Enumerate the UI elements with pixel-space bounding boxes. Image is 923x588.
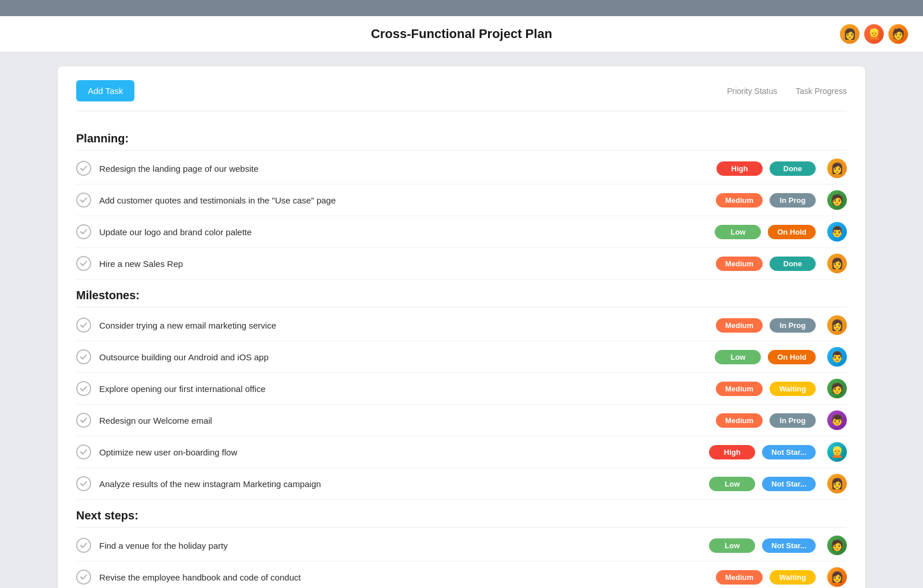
priority-badge: Medium — [716, 382, 763, 396]
status-badge: On Hold — [768, 225, 816, 239]
status-badge: Done — [770, 257, 816, 271]
avatar: 👩 — [827, 254, 847, 273]
priority-badge: High — [709, 445, 755, 459]
toolbar: Add Task Priority Status Task Progress — [76, 80, 847, 111]
priority-badge: Low — [715, 350, 761, 364]
header-avatars: 👩 👱 🧑 — [839, 23, 909, 45]
status-badge: Done — [770, 161, 816, 176]
section-header-milestones: Milestones: — [76, 280, 847, 307]
status-badge: In Prog — [770, 413, 816, 428]
task-row[interactable]: Add customer quotes and testimonials in … — [76, 184, 847, 216]
task-name: Find a venue for the holiday party — [99, 541, 709, 551]
task-row[interactable]: Redesign our Welcome emailMediumIn Prog👦 — [76, 405, 847, 436]
avatar: 👱 — [863, 23, 885, 45]
status-badge: Not Star... — [762, 477, 816, 491]
task-name: Revise the employee handbook and code of… — [99, 572, 716, 582]
avatar: 🧑 — [827, 536, 847, 555]
task-row[interactable]: Find a venue for the holiday partyLowNot… — [76, 530, 847, 561]
check-icon[interactable] — [76, 318, 91, 333]
status-badge: In Prog — [770, 318, 816, 333]
priority-badge: Low — [709, 477, 755, 491]
status-badge: In Prog — [770, 193, 816, 208]
check-icon[interactable] — [76, 161, 91, 176]
priority-badge: Medium — [716, 413, 763, 428]
avatar: 👩 — [827, 159, 847, 178]
priority-badge: High — [716, 161, 763, 176]
status-badge: On Hold — [768, 350, 816, 364]
check-icon[interactable] — [76, 224, 91, 239]
task-row[interactable]: Consider trying a new email marketing se… — [76, 310, 847, 341]
task-row[interactable]: Outsource building our Android and iOS a… — [76, 341, 847, 373]
priority-status-label: Priority Status — [727, 86, 777, 96]
toolbar-labels: Priority Status Task Progress — [727, 86, 847, 96]
task-name: Analyze results of the new instagram Mar… — [99, 479, 709, 489]
section-header-planning: Planning: — [76, 123, 847, 150]
check-icon[interactable] — [76, 476, 91, 491]
status-badge: Waiting — [770, 382, 816, 396]
check-icon[interactable] — [76, 256, 91, 271]
task-name: Optimize new user on-boarding flow — [99, 447, 709, 457]
sections-container: Planning: Redesign the landing page of o… — [76, 123, 847, 588]
priority-badge: Medium — [716, 570, 763, 585]
avatar: 👨 — [827, 347, 847, 367]
header: Cross-Functional Project Plan 👩 👱 🧑 — [0, 16, 923, 52]
task-name: Explore opening our first international … — [99, 384, 716, 394]
avatar: 🧑 — [887, 23, 909, 45]
status-badge: Waiting — [770, 570, 816, 585]
page-title: Cross-Functional Project Plan — [371, 27, 552, 42]
task-name: Redesign the landing page of our website — [99, 164, 716, 174]
avatar: 👩 — [827, 474, 847, 493]
priority-badge: Low — [709, 538, 755, 553]
main-content: Add Task Priority Status Task Progress P… — [0, 52, 923, 588]
task-name: Consider trying a new email marketing se… — [99, 321, 716, 330]
avatar: 👦 — [827, 410, 847, 430]
section-header-nextsteps: Next steps: — [76, 500, 847, 527]
check-icon[interactable] — [76, 538, 91, 553]
task-row[interactable]: Hire a new Sales RepMediumDone👩 — [76, 248, 847, 280]
task-row[interactable]: Update our logo and brand color paletteL… — [76, 216, 847, 248]
priority-badge: Medium — [716, 318, 763, 333]
avatar: 👩 — [827, 315, 847, 335]
check-icon[interactable] — [76, 444, 91, 459]
task-name: Hire a new Sales Rep — [99, 259, 716, 269]
check-icon[interactable] — [76, 413, 91, 428]
priority-badge: Medium — [716, 257, 763, 271]
check-icon[interactable] — [76, 570, 91, 585]
task-name: Outsource building our Android and iOS a… — [99, 352, 715, 362]
check-icon[interactable] — [76, 381, 91, 396]
task-name: Redesign our Welcome email — [99, 416, 716, 425]
priority-badge: Medium — [716, 193, 763, 208]
add-task-button[interactable]: Add Task — [76, 80, 134, 101]
task-row[interactable]: Optimize new user on-boarding flowHighNo… — [76, 436, 847, 468]
avatar: 🧑 — [827, 379, 847, 398]
task-row[interactable]: Redesign the landing page of our website… — [76, 153, 847, 184]
top-bar — [0, 0, 923, 16]
task-progress-label: Task Progress — [796, 86, 847, 96]
avatar: 👱 — [827, 442, 847, 462]
avatar: 🧑 — [827, 190, 847, 210]
avatar: 👩 — [827, 567, 847, 587]
avatar: 👨 — [827, 222, 847, 242]
task-name: Add customer quotes and testimonials in … — [99, 195, 716, 205]
priority-badge: Low — [715, 225, 761, 239]
status-badge: Not Star... — [762, 445, 816, 459]
task-row[interactable]: Revise the employee handbook and code of… — [76, 561, 847, 588]
task-row[interactable]: Explore opening our first international … — [76, 373, 847, 405]
check-icon[interactable] — [76, 349, 91, 364]
task-row[interactable]: Analyze results of the new instagram Mar… — [76, 468, 847, 500]
avatar: 👩 — [839, 23, 861, 45]
task-container: Add Task Priority Status Task Progress P… — [58, 66, 865, 588]
status-badge: Not Star... — [762, 538, 816, 553]
task-name: Update our logo and brand color palette — [99, 227, 715, 237]
check-icon[interactable] — [76, 193, 91, 208]
